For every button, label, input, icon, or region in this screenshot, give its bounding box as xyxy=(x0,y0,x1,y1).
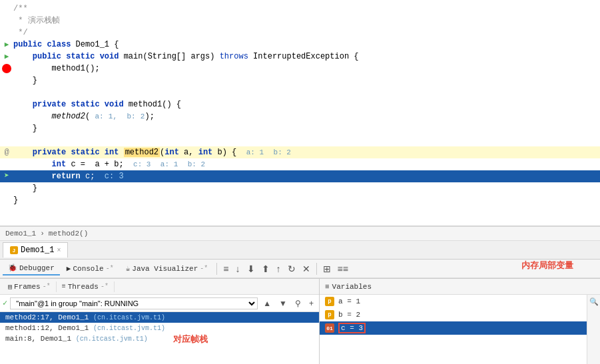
variable-c[interactable]: 01 c = 3 xyxy=(320,321,587,335)
var-badge-param: p xyxy=(325,297,334,306)
console-icon: ▶ xyxy=(67,264,71,273)
code-text: } xyxy=(13,194,18,206)
variables-icon: ≡ xyxy=(325,283,330,291)
frame-class: (cn.itcast.jvm.t1) xyxy=(93,314,165,321)
java-visualizer-label: Java Visualizer xyxy=(132,265,198,273)
frame-item[interactable]: method1:12, Demo1_1 (cn.itcast.jvm.t1) xyxy=(0,323,319,333)
frames-suffix: -* xyxy=(43,283,51,290)
frame-class: (cn.itcast.jvm.t1) xyxy=(76,335,148,343)
code-text: /** xyxy=(13,3,28,15)
run-icon: ▶ xyxy=(5,39,9,51)
toolbar-btn-stop[interactable]: ✕ xyxy=(300,262,313,275)
bottom-area: ▤ Frames -* ≡ Threads -* ✓ "main"@1 in g… xyxy=(0,278,600,364)
code-line-method2: @ private static int method2(int a, int … xyxy=(0,146,600,158)
toolbar-btn-layout[interactable]: ≡≡ xyxy=(335,262,351,275)
code-line xyxy=(0,87,600,98)
toolbar-btn-step-into[interactable]: ⬇ xyxy=(244,262,258,275)
tab-threads[interactable]: ≡ Threads -* xyxy=(57,281,115,292)
tab-console[interactable]: ▶ Console -* xyxy=(61,262,119,275)
code-text: private static void method1() { xyxy=(13,98,181,110)
code-line-return: ➤ return c; c: 3 xyxy=(0,170,600,182)
tab-bar: J Demo1_1 × xyxy=(0,241,600,260)
code-text: method2( a: 1, b: 2); xyxy=(13,110,154,122)
return-code-text: return c; c: 3 xyxy=(13,170,124,182)
code-text: public class Demo1_1 { xyxy=(13,39,119,51)
code-line: /** xyxy=(0,3,600,15)
frame-item[interactable]: method2:17, Demo1_1 (cn.itcast.jvm.t1) xyxy=(0,312,319,323)
search-icon[interactable]: 🔍 xyxy=(589,297,599,306)
thread-up-btn[interactable]: ▲ xyxy=(260,297,274,309)
toolbar-btn-step-out[interactable]: ⬆ xyxy=(259,262,272,275)
panel-tabs: ▤ Frames -* ≡ Threads -* xyxy=(0,279,319,295)
frames-label: Frames xyxy=(14,283,41,291)
code-container: /** * 演示栈帧 */ ▶ public class Demo1_1 { xyxy=(0,0,600,226)
tab-frames[interactable]: ▤ Frames -* xyxy=(3,281,57,292)
file-tab[interactable]: J Demo1_1 × xyxy=(3,242,68,258)
line-gutter-run: ▶ xyxy=(0,51,13,63)
line-gutter-at: @ xyxy=(0,146,13,158)
toolbar-btn-step-over[interactable]: ↓ xyxy=(233,262,243,275)
thread-dropdown[interactable]: "main"@1 in group "main": RUNNING xyxy=(10,297,258,309)
debug-toolbar: 🐞 Debugger ▶ Console -* ☕ Java Visualize… xyxy=(0,260,600,278)
variable-b[interactable]: p b = 2 xyxy=(320,308,587,321)
code-line: } xyxy=(0,75,600,87)
code-line: method1(); xyxy=(0,63,600,75)
code-line: } xyxy=(0,182,600,194)
code-text: int c = a + b; c: 3 a: 1 b: 2 xyxy=(13,158,205,170)
var-name-b: b = 2 xyxy=(338,311,360,319)
main-wrapper: /** * 演示栈帧 */ ▶ public class Demo1_1 { xyxy=(0,0,600,364)
code-text: public static void main(String[] args) t… xyxy=(13,51,359,63)
breadcrumb: Demo1_1 › method2() xyxy=(0,226,600,241)
thread-down-btn[interactable]: ▼ xyxy=(276,297,290,309)
java-file-icon: J xyxy=(10,246,18,254)
frame-class: (cn.itcast.jvm.t1) xyxy=(93,325,165,332)
java-visualizer-icon: ☕ xyxy=(126,264,131,273)
code-line: ▶ public class Demo1_1 { xyxy=(0,39,600,51)
frame-method: main:8, Demo1_1 xyxy=(5,335,76,343)
toolbar-sep2 xyxy=(316,263,317,275)
var-name-a: a = 1 xyxy=(338,297,360,305)
var-badge-param: p xyxy=(325,310,334,319)
toolbar-btn-resume[interactable]: ↻ xyxy=(285,262,298,275)
variables-list: p a = 1 p b = 2 01 c = 3 xyxy=(320,295,587,364)
frames-icon: ▤ xyxy=(8,283,12,291)
breakpoint-icon xyxy=(2,64,11,73)
frame-method: method1:12, Demo1_1 xyxy=(5,324,93,332)
debugger-icon: 🐞 xyxy=(8,264,17,272)
code-text: * 演示栈帧 xyxy=(13,15,60,27)
threads-suffix: -* xyxy=(101,283,109,290)
variable-a[interactable]: p a = 1 xyxy=(320,295,587,308)
frame-item[interactable]: main:8, Demo1_1 (cn.itcast.jvm.t1) xyxy=(0,333,319,344)
thread-add-btn[interactable]: + xyxy=(306,297,316,309)
toolbar-btn-watches[interactable]: ⊞ xyxy=(320,262,334,275)
toolbar-btn-run-to-cursor[interactable]: ↑ xyxy=(274,262,284,275)
code-text: method1(); xyxy=(13,63,100,75)
breadcrumb-class: Demo1_1 xyxy=(5,230,36,238)
line-gutter-breakpoint xyxy=(0,64,13,73)
var-badge-local: 01 xyxy=(325,323,334,333)
editor-area: /** * 演示栈帧 */ ▶ public class Demo1_1 { xyxy=(0,0,600,226)
tab-java-visualizer[interactable]: ☕ Java Visualizer -* xyxy=(121,262,214,275)
left-panel: ▤ Frames -* ≡ Threads -* ✓ "main"@1 in g… xyxy=(0,279,320,364)
checkmark-icon: ✓ xyxy=(3,298,7,308)
code-line: } xyxy=(0,194,600,206)
run-icon: ▶ xyxy=(5,51,9,63)
line-gutter-exec: ➤ xyxy=(0,170,13,182)
breadcrumb-separator: › xyxy=(40,230,45,238)
debugger-label: Debugger xyxy=(19,264,55,272)
console-label: Console xyxy=(73,265,103,273)
toolbar-btn-menu[interactable]: ≡ xyxy=(220,262,231,275)
variables-panel: ≡ Variables p a = 1 p b = 2 01 c = 3 xyxy=(320,279,600,364)
frame-method: method2:17, Demo1_1 xyxy=(5,313,93,321)
vars-right-panel: 🔍 xyxy=(587,295,600,364)
threads-icon: ≡ xyxy=(62,283,66,290)
tab-close-button[interactable]: × xyxy=(57,247,61,254)
code-line: * 演示栈帧 xyxy=(0,15,600,27)
code-text: } xyxy=(13,75,37,87)
code-line: method2( a: 1, b: 2); xyxy=(0,110,600,122)
thread-filter-btn[interactable]: ⚲ xyxy=(292,297,304,309)
at-icon: @ xyxy=(4,146,9,158)
tab-label: Demo1_1 xyxy=(21,246,54,255)
tab-debugger[interactable]: 🐞 Debugger xyxy=(3,262,60,275)
variables-label: Variables xyxy=(332,283,372,291)
